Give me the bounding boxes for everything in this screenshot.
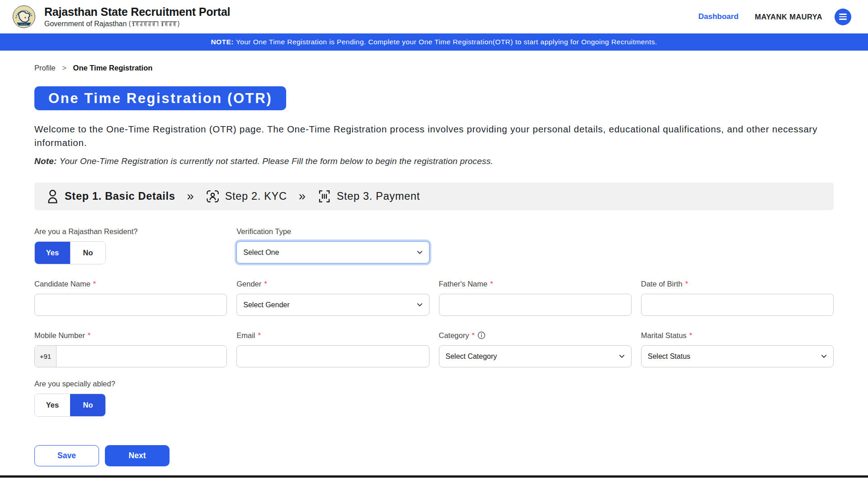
kyc-scan-icon xyxy=(206,189,220,203)
notice-bar: NOTE:Your One Time Registration is Pendi… xyxy=(0,33,868,51)
note-text: Note:Your One-Time Registration is curre… xyxy=(34,156,834,166)
field-marital-status: Marital Status* Select Status xyxy=(641,331,834,367)
payment-scan-icon xyxy=(317,189,331,203)
breadcrumb: Profile > One Time Registration xyxy=(34,64,834,72)
father-name-input[interactable] xyxy=(439,294,632,316)
specially-abled-toggle: Yes No xyxy=(34,394,106,417)
field-dob: Date of Birth* xyxy=(641,279,834,316)
person-icon xyxy=(46,189,59,204)
field-verification-type: Verification Type Select One xyxy=(236,227,429,264)
breadcrumb-current: One Time Registration xyxy=(73,64,153,72)
resident-yes-button[interactable]: Yes xyxy=(35,242,70,264)
step-separator-icon: » xyxy=(299,189,306,203)
marital-status-select[interactable]: Select Status xyxy=(641,345,834,367)
step-payment[interactable]: Step 3. Payment xyxy=(317,189,420,203)
portal-subtitle: Government of Rajasthan xyxy=(44,20,230,28)
page-title: One Time Registration (OTR) xyxy=(34,86,286,110)
field-category: Category* Select Category xyxy=(439,331,632,367)
info-icon[interactable] xyxy=(477,331,486,339)
header: Rajasthan State Recruitment Portal Gover… xyxy=(0,0,868,33)
resident-toggle: Yes No xyxy=(34,241,106,264)
specially-abled-yes-button[interactable]: Yes xyxy=(35,394,70,416)
breadcrumb-separator: > xyxy=(62,64,66,72)
mobile-input[interactable] xyxy=(57,346,226,367)
category-select[interactable]: Select Category xyxy=(439,345,632,367)
step-separator-icon: » xyxy=(187,189,194,203)
user-name[interactable]: MAYANK MAURYA xyxy=(755,13,822,21)
subtitle-hindi-text xyxy=(129,20,179,28)
dob-label: Date of Birth* xyxy=(641,279,834,288)
dob-input[interactable] xyxy=(641,294,834,316)
rajasthan-emblem-icon xyxy=(12,5,36,28)
notice-prefix: NOTE: xyxy=(211,38,233,46)
resident-label: Are you a Rajasthan Resident? xyxy=(34,227,227,236)
note-prefix: Note: xyxy=(34,156,57,166)
category-label: Category* xyxy=(439,331,632,340)
mobile-input-group: +91 xyxy=(34,345,227,367)
candidate-name-label: Candidate Name* xyxy=(34,279,227,288)
specially-abled-label: Are you specially abled? xyxy=(34,379,834,388)
notice-text: Your One Time Registration is Pending. C… xyxy=(236,38,657,46)
footer-bar xyxy=(0,475,868,478)
gender-label: Gender* xyxy=(236,279,429,288)
dashboard-link[interactable]: Dashboard xyxy=(698,12,739,21)
page: Rajasthan State Recruitment Portal Gover… xyxy=(0,0,868,479)
field-father-name: Father's Name* xyxy=(439,279,632,316)
step-basic-details[interactable]: Step 1. Basic Details xyxy=(46,189,175,204)
candidate-name-input[interactable] xyxy=(34,294,227,316)
mobile-label: Mobile Number* xyxy=(34,331,227,340)
hamburger-menu-button[interactable] xyxy=(835,9,851,25)
email-input[interactable] xyxy=(236,345,429,367)
step-kyc[interactable]: Step 2. KYC xyxy=(206,189,287,203)
field-gender: Gender* Select Gender xyxy=(236,279,429,316)
field-mobile: Mobile Number* +91 xyxy=(34,331,227,367)
steps-bar: Step 1. Basic Details » Step 2. KYC » xyxy=(34,183,834,210)
field-candidate-name: Candidate Name* xyxy=(34,279,227,316)
verification-type-label: Verification Type xyxy=(236,227,429,236)
main-content: Profile > One Time Registration One Time… xyxy=(34,64,834,466)
field-resident: Are you a Rajasthan Resident? Yes No xyxy=(34,227,227,264)
mobile-prefix: +91 xyxy=(35,346,57,367)
gender-select[interactable]: Select Gender xyxy=(236,294,429,316)
portal-title: Rajasthan State Recruitment Portal xyxy=(44,5,230,19)
save-button[interactable]: Save xyxy=(34,445,99,466)
field-email: Email* xyxy=(236,331,429,367)
next-button[interactable]: Next xyxy=(105,445,170,466)
father-name-label: Father's Name* xyxy=(439,279,632,288)
specially-abled-no-button[interactable]: No xyxy=(70,394,105,416)
breadcrumb-profile[interactable]: Profile xyxy=(34,64,56,72)
welcome-text: Welcome to the One-Time Registration (OT… xyxy=(34,122,834,150)
marital-status-label: Marital Status* xyxy=(641,331,834,340)
resident-no-button[interactable]: No xyxy=(70,242,105,264)
verification-type-select[interactable]: Select One xyxy=(236,241,429,263)
email-label: Email* xyxy=(236,331,429,340)
